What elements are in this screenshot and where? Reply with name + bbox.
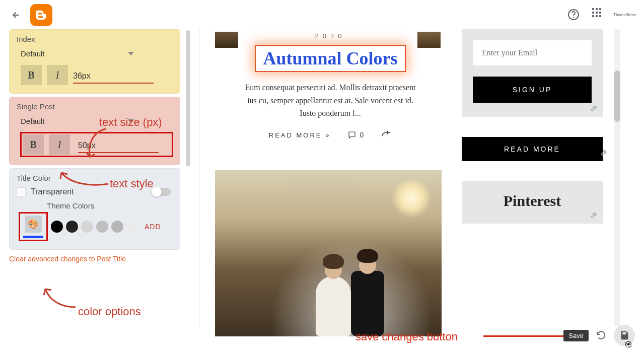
image-bride bbox=[316, 276, 351, 336]
svg-point-1 bbox=[573, 17, 574, 18]
revert-button[interactable] bbox=[595, 329, 608, 342]
swatch-dark[interactable] bbox=[66, 221, 78, 233]
single-post-card: Single Post Default B I bbox=[9, 97, 180, 165]
single-post-italic-button[interactable]: I bbox=[49, 134, 70, 155]
share-icon[interactable] bbox=[381, 130, 392, 140]
readmore-button[interactable]: READ MORE bbox=[462, 137, 603, 161]
top-bar: ThemeShine bbox=[0, 0, 644, 30]
index-bold-button[interactable]: B bbox=[21, 65, 42, 85]
index-size-input[interactable] bbox=[73, 69, 154, 84]
post-year: 2020 bbox=[315, 32, 346, 40]
swatch-grey-4[interactable] bbox=[126, 221, 138, 233]
current-color-bar bbox=[23, 236, 43, 238]
image-sun-glare bbox=[391, 178, 432, 218]
readmore-widget: READ MORE bbox=[462, 137, 603, 161]
email-input[interactable] bbox=[473, 40, 592, 65]
comments-link[interactable]: 0 bbox=[347, 130, 364, 139]
comment-icon bbox=[347, 130, 356, 139]
read-more-link[interactable]: READ MORE » bbox=[269, 131, 331, 139]
sidebar-scrollbar[interactable] bbox=[186, 30, 190, 166]
index-font-value: Default bbox=[21, 49, 45, 58]
index-label: Index bbox=[17, 35, 173, 43]
apps-grid-icon[interactable] bbox=[590, 8, 603, 21]
index-font-dropdown[interactable]: Default bbox=[21, 46, 134, 61]
subscribe-widget: SIGN UP bbox=[462, 29, 603, 117]
annotation-arrow bbox=[40, 285, 81, 310]
signup-button[interactable]: SIGN UP bbox=[473, 77, 592, 103]
single-post-font-value: Default bbox=[21, 117, 45, 125]
annotation-save: save changes button bbox=[355, 330, 458, 343]
customizer-sidebar: Index Default B I Single Post Default B … bbox=[9, 29, 180, 263]
annotation-text-size: text size (px) bbox=[99, 116, 162, 129]
swatch-grey-1[interactable] bbox=[81, 221, 93, 233]
theme-colors-label: Theme Colors bbox=[47, 201, 173, 210]
swatch-grey-3[interactable] bbox=[111, 221, 123, 233]
help-icon[interactable] bbox=[567, 8, 580, 21]
index-italic-button[interactable]: I bbox=[47, 65, 68, 85]
annotation-text-style: text style bbox=[110, 177, 154, 190]
save-tooltip: Save bbox=[563, 330, 589, 341]
clear-advanced-link[interactable]: Clear advanced changes to Post Title bbox=[9, 255, 180, 263]
blogger-logo-icon[interactable] bbox=[30, 4, 52, 26]
single-post-label: Single Post bbox=[17, 102, 173, 111]
swatch-black[interactable] bbox=[51, 221, 63, 233]
chevron-down-icon bbox=[128, 52, 134, 55]
theme-preview: 2020 Autumnal Colors Eum consequat perse… bbox=[199, 29, 621, 326]
image-groom bbox=[351, 271, 384, 336]
widget-edit-icon[interactable] bbox=[590, 104, 600, 114]
comment-count: 0 bbox=[360, 131, 364, 139]
preview-scrollbar[interactable] bbox=[614, 29, 620, 326]
single-post-bold-button[interactable]: B bbox=[23, 134, 44, 155]
swatch-grey-2[interactable] bbox=[96, 221, 108, 233]
title-color-card: Title Color Transparent Theme Colors 🎨 A… bbox=[9, 168, 180, 250]
widget-edit-icon[interactable] bbox=[600, 148, 610, 158]
pinterest-title: Pinterest bbox=[473, 192, 592, 209]
annotation-color-options: color options bbox=[78, 305, 141, 318]
pinterest-widget: Pinterest bbox=[462, 181, 603, 224]
save-group: Save bbox=[563, 325, 635, 346]
add-color-button[interactable]: ADD bbox=[145, 223, 161, 231]
preview-sidebar: SIGN UP READ MORE Pinterest bbox=[462, 29, 603, 244]
index-card: Index Default B I bbox=[9, 29, 180, 94]
post-title[interactable]: Autumnal Colors bbox=[255, 45, 405, 72]
widget-edit-icon[interactable] bbox=[590, 210, 600, 221]
account-label[interactable]: ThemeShine bbox=[613, 12, 636, 17]
palette-picker-annotation: 🎨 bbox=[19, 212, 48, 241]
back-arrow-icon[interactable] bbox=[9, 9, 21, 21]
post-column: 2020 Autumnal Colors Eum consequat perse… bbox=[207, 29, 454, 140]
save-icon bbox=[619, 330, 630, 341]
single-post-size-input[interactable] bbox=[78, 139, 159, 153]
save-button[interactable] bbox=[614, 325, 635, 346]
post-excerpt: Eum consequat persecuti ad. Mollis detra… bbox=[245, 81, 416, 120]
palette-icon[interactable]: 🎨 bbox=[25, 216, 42, 233]
transparent-label: Transparent bbox=[31, 187, 74, 196]
transparent-swatch-icon bbox=[17, 187, 26, 196]
transparent-toggle[interactable] bbox=[153, 188, 171, 196]
